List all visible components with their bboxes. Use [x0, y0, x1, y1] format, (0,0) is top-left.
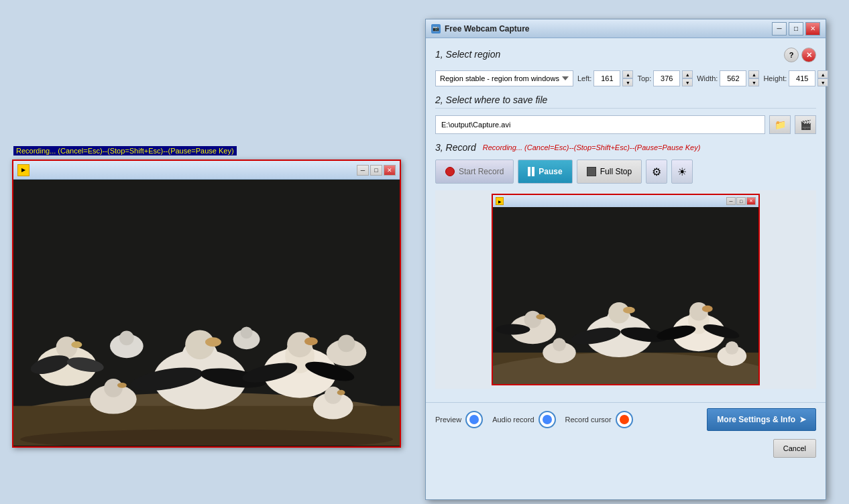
recording-play-button[interactable]: ▶	[17, 164, 30, 176]
section3-header-row: 3, Record Recording... (Cancel=Esc)--(St…	[435, 142, 816, 153]
recording-video-area	[13, 180, 400, 446]
stop-label: Full Stop	[600, 167, 632, 176]
section2-header: 2, Select where to save file	[435, 94, 547, 105]
width-spin-down[interactable]: ▼	[748, 78, 759, 86]
region-dropdown[interactable]: Region stable - region from windows	[435, 70, 573, 86]
top-spinner: ▲ ▼	[682, 70, 693, 86]
preview-play-icon: ▶	[496, 197, 504, 205]
width-coord-group: Width: ▲ ▼	[697, 70, 759, 86]
webcam-window-title: Free Webcam Capture	[445, 24, 530, 34]
top-spin-up[interactable]: ▲	[682, 70, 693, 78]
recording-controls-row: Start Record Pause Full Stop ⚙ ☀	[435, 160, 816, 184]
file-path-input[interactable]	[435, 115, 765, 134]
pause-bar-left	[528, 167, 530, 176]
top-spin-down[interactable]: ▼	[682, 78, 693, 86]
recording-maximize-button[interactable]: □	[370, 165, 382, 176]
preview-toggle-inner	[469, 415, 479, 424]
preview-video-area	[493, 207, 758, 384]
svg-point-33	[241, 326, 253, 338]
left-input[interactable]	[593, 70, 620, 86]
svg-point-46	[496, 324, 530, 335]
height-spinner: ▲ ▼	[817, 70, 828, 86]
svg-point-40	[623, 307, 635, 314]
height-coord-group: Height: ▲ ▼	[763, 70, 828, 86]
svg-point-26	[337, 390, 345, 395]
svg-point-44	[524, 311, 542, 328]
width-input[interactable]	[720, 70, 746, 86]
cursor-toggle-button[interactable]	[616, 411, 633, 428]
width-spin-up[interactable]: ▲	[748, 70, 759, 78]
settings-button[interactable]: ⚙	[646, 160, 667, 184]
cancel-button[interactable]: Cancel	[773, 439, 816, 458]
height-input[interactable]	[789, 70, 815, 86]
record-status-text: Recording... (Cancel=Esc)--(Stop=Shift+E…	[483, 143, 701, 151]
webcam-window-controls: ─ □ ✕	[772, 22, 820, 36]
left-spin-up[interactable]: ▲	[622, 70, 633, 78]
help-button[interactable]: ?	[784, 48, 799, 62]
browse-folder-button[interactable]: 📁	[769, 115, 791, 134]
start-record-label: Start Record	[459, 167, 504, 176]
width-spinner: ▲ ▼	[748, 70, 759, 86]
height-spin-up[interactable]: ▲	[817, 70, 828, 78]
pause-icon	[528, 167, 534, 176]
bird-scene-svg	[13, 180, 400, 446]
section-close-button[interactable]: ✕	[801, 48, 816, 62]
left-coord-group: Left: ▲ ▼	[577, 70, 633, 86]
svg-point-22	[104, 379, 123, 397]
audio-toggle-group: Audio record	[492, 411, 555, 428]
audio-toggle-label: Audio record	[492, 416, 534, 424]
recording-status-text: Recording... (Cancel=Esc)--(Stop=Shift+E…	[16, 147, 234, 155]
svg-point-56	[726, 341, 739, 355]
svg-point-50	[702, 306, 713, 312]
svg-point-23	[117, 383, 127, 388]
webcam-minimize-button[interactable]: ─	[772, 22, 787, 36]
audio-toggle-button[interactable]	[539, 411, 556, 428]
webcam-close-button[interactable]: ✕	[805, 22, 820, 36]
preview-bird-scene	[493, 207, 758, 384]
pause-button[interactable]: Pause	[518, 160, 572, 184]
brightness-button[interactable]: ☀	[671, 160, 693, 184]
svg-point-54	[553, 338, 566, 351]
top-label: Top:	[637, 74, 651, 82]
more-settings-arrow-icon: ➤	[799, 415, 806, 424]
svg-point-29	[338, 334, 355, 352]
top-coord-group: Top: ▲ ▼	[637, 70, 693, 86]
svg-point-12	[205, 337, 221, 346]
width-label: Width:	[697, 74, 718, 82]
pause-bar-right	[532, 167, 534, 176]
svg-point-45	[536, 314, 545, 320]
webcam-capture-window: 📷 Free Webcam Capture ─ □ ✕ 1, Select re…	[425, 19, 826, 500]
file-path-row: 📁 🎬	[435, 115, 816, 134]
browse-media-button[interactable]: 🎬	[795, 115, 816, 134]
webcam-content-area: 1, Select region ? ✕ Region stable - reg…	[426, 38, 826, 402]
full-stop-button[interactable]: Full Stop	[577, 160, 642, 184]
section1-header: 1, Select region	[435, 49, 500, 60]
recording-minimize-button[interactable]: ─	[357, 165, 369, 176]
preview-toggle-label: Preview	[435, 416, 461, 424]
webcam-maximize-button[interactable]: □	[789, 22, 803, 36]
preview-titlebar: ▶ ─ □ ✕	[493, 195, 758, 207]
recording-window-controls: ─ □ ✕	[357, 165, 396, 176]
svg-point-31	[119, 330, 134, 345]
preview-close-button[interactable]: ✕	[746, 197, 756, 205]
preview-minimize-button[interactable]: ─	[726, 197, 736, 205]
recording-titlebar: ▶ ─ □ ✕	[13, 161, 400, 180]
height-spin-down[interactable]: ▼	[817, 78, 828, 86]
preview-area: ▶ ─ □ ✕	[435, 190, 816, 389]
preview-window-buttons: ─ □ ✕	[726, 197, 756, 205]
top-input[interactable]	[653, 70, 680, 86]
cursor-toggle-inner	[620, 415, 629, 424]
left-spin-down[interactable]: ▼	[622, 78, 633, 86]
preview-toggle-button[interactable]	[465, 411, 483, 428]
recording-close-button[interactable]: ✕	[384, 165, 396, 176]
help-close-buttons: ? ✕	[784, 48, 816, 62]
preview-maximize-button[interactable]: □	[736, 197, 746, 205]
more-settings-button[interactable]: More Settings & Info ➤	[707, 408, 816, 431]
section2-divider	[435, 108, 816, 109]
webcam-titlebar: 📷 Free Webcam Capture ─ □ ✕	[426, 19, 826, 38]
preview-inner-window: ▶ ─ □ ✕	[492, 194, 760, 385]
recording-status-bar: Recording... (Cancel=Esc)--(Stop=Shift+E…	[13, 146, 237, 155]
start-record-button[interactable]: Start Record	[435, 160, 514, 184]
cancel-label: Cancel	[783, 444, 806, 452]
bottom-bar: Preview Audio record Record cursor More …	[426, 402, 826, 436]
